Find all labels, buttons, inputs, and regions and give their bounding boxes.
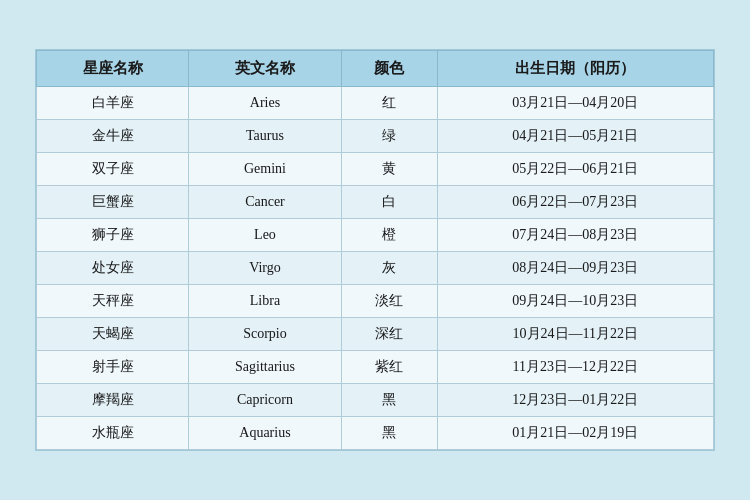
cell-row1-col3: 04月21日—05月21日: [437, 120, 713, 153]
cell-row3-col1: Cancer: [189, 186, 341, 219]
cell-row0-col1: Aries: [189, 87, 341, 120]
cell-row10-col1: Aquarius: [189, 417, 341, 450]
cell-row2-col1: Gemini: [189, 153, 341, 186]
table-row: 金牛座Taurus绿04月21日—05月21日: [37, 120, 714, 153]
cell-row6-col2: 淡红: [341, 285, 437, 318]
table-row: 天秤座Libra淡红09月24日—10月23日: [37, 285, 714, 318]
table-body: 白羊座Aries红03月21日—04月20日金牛座Taurus绿04月21日—0…: [37, 87, 714, 450]
header-chinese-name: 星座名称: [37, 51, 189, 87]
cell-row8-col0: 射手座: [37, 351, 189, 384]
cell-row6-col1: Libra: [189, 285, 341, 318]
table-row: 处女座Virgo灰08月24日—09月23日: [37, 252, 714, 285]
table-row: 天蝎座Scorpio深红10月24日—11月22日: [37, 318, 714, 351]
cell-row7-col3: 10月24日—11月22日: [437, 318, 713, 351]
cell-row8-col1: Sagittarius: [189, 351, 341, 384]
table-row: 巨蟹座Cancer白06月22日—07月23日: [37, 186, 714, 219]
cell-row10-col3: 01月21日—02月19日: [437, 417, 713, 450]
cell-row1-col0: 金牛座: [37, 120, 189, 153]
cell-row5-col3: 08月24日—09月23日: [437, 252, 713, 285]
cell-row7-col1: Scorpio: [189, 318, 341, 351]
cell-row4-col1: Leo: [189, 219, 341, 252]
cell-row0-col2: 红: [341, 87, 437, 120]
zodiac-table-container: 星座名称 英文名称 颜色 出生日期（阳历） 白羊座Aries红03月21日—04…: [35, 49, 715, 451]
table-row: 白羊座Aries红03月21日—04月20日: [37, 87, 714, 120]
cell-row1-col1: Taurus: [189, 120, 341, 153]
zodiac-table: 星座名称 英文名称 颜色 出生日期（阳历） 白羊座Aries红03月21日—04…: [36, 50, 714, 450]
cell-row2-col3: 05月22日—06月21日: [437, 153, 713, 186]
cell-row6-col0: 天秤座: [37, 285, 189, 318]
cell-row3-col2: 白: [341, 186, 437, 219]
table-row: 双子座Gemini黄05月22日—06月21日: [37, 153, 714, 186]
cell-row8-col2: 紫红: [341, 351, 437, 384]
cell-row9-col3: 12月23日—01月22日: [437, 384, 713, 417]
cell-row6-col3: 09月24日—10月23日: [437, 285, 713, 318]
cell-row2-col2: 黄: [341, 153, 437, 186]
header-dates: 出生日期（阳历）: [437, 51, 713, 87]
cell-row4-col2: 橙: [341, 219, 437, 252]
cell-row5-col1: Virgo: [189, 252, 341, 285]
cell-row4-col0: 狮子座: [37, 219, 189, 252]
cell-row5-col2: 灰: [341, 252, 437, 285]
cell-row3-col3: 06月22日—07月23日: [437, 186, 713, 219]
cell-row4-col3: 07月24日—08月23日: [437, 219, 713, 252]
table-row: 射手座Sagittarius紫红11月23日—12月22日: [37, 351, 714, 384]
cell-row0-col3: 03月21日—04月20日: [437, 87, 713, 120]
header-english-name: 英文名称: [189, 51, 341, 87]
cell-row2-col0: 双子座: [37, 153, 189, 186]
table-row: 摩羯座Capricorn黑12月23日—01月22日: [37, 384, 714, 417]
cell-row7-col0: 天蝎座: [37, 318, 189, 351]
cell-row9-col0: 摩羯座: [37, 384, 189, 417]
cell-row0-col0: 白羊座: [37, 87, 189, 120]
table-row: 狮子座Leo橙07月24日—08月23日: [37, 219, 714, 252]
cell-row9-col1: Capricorn: [189, 384, 341, 417]
cell-row9-col2: 黑: [341, 384, 437, 417]
cell-row8-col3: 11月23日—12月22日: [437, 351, 713, 384]
table-header-row: 星座名称 英文名称 颜色 出生日期（阳历）: [37, 51, 714, 87]
cell-row3-col0: 巨蟹座: [37, 186, 189, 219]
cell-row7-col2: 深红: [341, 318, 437, 351]
cell-row10-col2: 黑: [341, 417, 437, 450]
cell-row5-col0: 处女座: [37, 252, 189, 285]
cell-row10-col0: 水瓶座: [37, 417, 189, 450]
cell-row1-col2: 绿: [341, 120, 437, 153]
table-row: 水瓶座Aquarius黑01月21日—02月19日: [37, 417, 714, 450]
header-color: 颜色: [341, 51, 437, 87]
